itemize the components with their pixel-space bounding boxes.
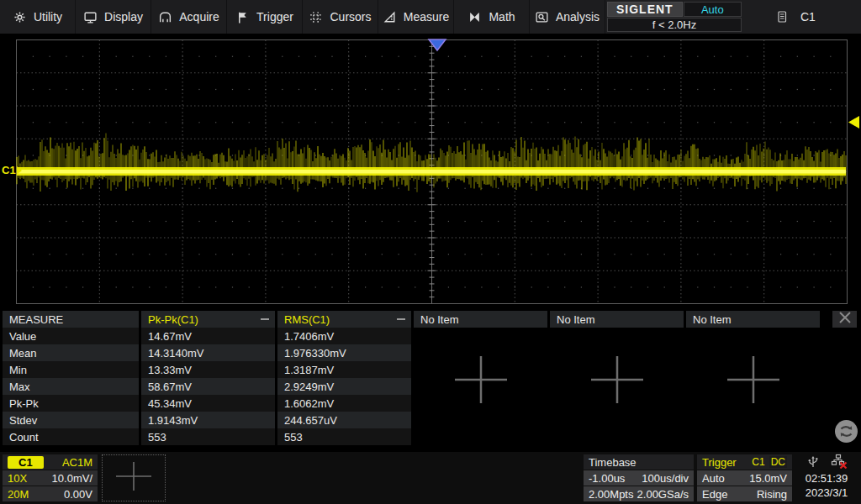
trigger-coupling: DC	[769, 456, 787, 468]
vertical-offset: 0.00V	[64, 488, 92, 501]
gear-icon	[13, 10, 27, 24]
trigger-delay: -1.00us	[589, 472, 625, 485]
memory-depth: 2.00Mpts	[589, 488, 633, 501]
analysis-icon	[535, 10, 549, 24]
add-measure-slot-2[interactable]	[588, 354, 647, 409]
stat-value: 45.34mV	[141, 395, 275, 412]
remove-measure-icon[interactable]	[395, 313, 407, 328]
trigger-source: C1	[752, 456, 764, 468]
system-date: 2023/3/1	[806, 486, 848, 500]
channel-marker-arrow	[17, 166, 22, 175]
stat-label: Stdev	[3, 412, 139, 428]
refresh-button[interactable]	[833, 418, 859, 448]
acq-mode-text: Auto	[701, 3, 724, 16]
timebase-title: Timebase	[589, 456, 637, 469]
menu-item-measure[interactable]: Measure	[378, 0, 454, 34]
trigger-slope: Rising	[757, 488, 787, 501]
probe-attenuation: 10X	[8, 472, 27, 485]
menu-item-trigger[interactable]: Trigger	[227, 0, 303, 34]
add-measure-slot-1[interactable]	[452, 354, 510, 409]
oscilloscope-screen: Utility Display Acquire Trigger Cursors	[0, 0, 861, 504]
menu-item-cursors[interactable]: Cursors	[303, 0, 378, 34]
stat-label: Value	[3, 328, 139, 344]
channel-name-chip: C1	[8, 456, 44, 469]
trigger-descriptor[interactable]: Trigger C1 DC Auto 15.0mV Edge Rising	[697, 454, 792, 501]
trigger-flag-icon	[235, 10, 250, 24]
stat-value: 1.976330mV	[277, 344, 411, 361]
notes-channel-label: C1	[800, 10, 816, 24]
measure-title: MEASURE	[3, 311, 139, 328]
channel-notes-button[interactable]: C1	[763, 0, 831, 34]
measure-column-empty-1[interactable]: No Item	[414, 311, 547, 328]
channel-offset-marker-c1[interactable]: C1	[2, 164, 22, 176]
remove-measure-icon[interactable]	[259, 313, 271, 328]
sample-rate: 2.00GSa/s	[637, 488, 689, 501]
stat-label: Count	[3, 428, 139, 445]
menu-label: Display	[104, 10, 143, 24]
timebase-descriptor[interactable]: Timebase -1.00us 100us/div 2.00Mpts 2.00…	[584, 454, 694, 501]
bandwidth-limit: 20M	[8, 488, 29, 501]
trigger-frequency-readout: f < 2.0Hz	[607, 18, 742, 32]
menu-label: Cursors	[330, 10, 371, 24]
stat-value: 14.67mV	[141, 328, 275, 344]
menu-label: Analysis	[556, 10, 600, 24]
trigger-title: Trigger	[702, 456, 737, 469]
menu-item-utility[interactable]: Utility	[0, 0, 76, 34]
stat-value: 1.3187mV	[277, 361, 411, 378]
usb-icon	[806, 454, 821, 472]
stat-value: 1.7406mV	[277, 328, 411, 344]
notes-icon	[775, 9, 789, 24]
trigger-position-marker[interactable]	[427, 39, 447, 52]
lan-disconnected-icon	[831, 454, 848, 472]
add-measure-slot-3[interactable]	[724, 354, 783, 409]
stat-label: Pk-Pk	[3, 395, 139, 412]
math-icon	[467, 10, 482, 24]
menu-label: Math	[489, 10, 515, 24]
measurement-panel: MEASURE Pk-Pk(C1) RMS(C1) No Item No Ite…	[0, 311, 861, 445]
trigger-mode: Auto	[702, 472, 725, 485]
channel-descriptor-c1[interactable]: C1 AC1M 10X 10.0mV/ 20M 0.00V	[3, 454, 98, 501]
stat-label: Min	[3, 361, 139, 378]
logo-text: SIGLENT	[616, 3, 673, 16]
measure-icon	[383, 10, 397, 24]
channel-coupling: AC1M	[62, 456, 92, 469]
menu-item-acquire[interactable]: Acquire	[151, 0, 227, 34]
waveform-display: C1	[0, 34, 861, 309]
menu-label: Measure	[404, 10, 449, 24]
acquisition-status-badge[interactable]: Auto	[684, 2, 742, 17]
measure-column-pkpk[interactable]: Pk-Pk(C1)	[141, 311, 275, 328]
stat-value: 13.33mV	[141, 361, 275, 378]
menu-label: Trigger	[256, 10, 293, 24]
menu-item-analysis[interactable]: Analysis	[530, 0, 605, 34]
close-icon	[837, 311, 853, 328]
trigger-level-marker[interactable]	[848, 115, 860, 129]
cursors-icon	[309, 10, 323, 24]
status-bar: C1 AC1M 10X 10.0mV/ 20M 0.00V Timebase -…	[0, 452, 861, 504]
menu-label: Utility	[34, 10, 62, 24]
measure-column-empty-3[interactable]: No Item	[686, 311, 820, 328]
stat-value: 553	[277, 428, 411, 445]
menu-item-math[interactable]: Math	[454, 0, 530, 34]
system-time: 02:51:39	[806, 471, 848, 486]
plus-icon	[114, 460, 154, 496]
plus-icon	[452, 394, 510, 408]
close-measure-panel-button[interactable]	[832, 311, 857, 328]
trigger-level: 15.0mV	[749, 472, 787, 485]
stat-value: 553	[141, 428, 275, 445]
stat-value: 2.9249mV	[277, 378, 411, 395]
horizontal-scale: 100us/div	[642, 472, 689, 485]
stat-value: 58.67mV	[141, 378, 275, 395]
menu-item-display[interactable]: Display	[76, 0, 151, 34]
measure-column-empty-2[interactable]: No Item	[550, 311, 684, 328]
stat-value: 1.6062mV	[277, 395, 411, 412]
plus-icon	[588, 394, 647, 408]
add-channel-button[interactable]	[102, 454, 166, 501]
plus-icon	[724, 394, 783, 408]
vertical-scale: 10.0mV/	[52, 472, 92, 485]
measure-column-rms[interactable]: RMS(C1)	[277, 311, 411, 328]
stat-value: 14.3140mV	[141, 344, 275, 361]
stat-value: 1.9143mV	[141, 412, 275, 428]
system-status-area: 02:51:39 2023/3/1	[794, 454, 859, 501]
stat-label: Max	[3, 378, 139, 395]
siglent-logo: SIGLENT	[607, 2, 683, 17]
